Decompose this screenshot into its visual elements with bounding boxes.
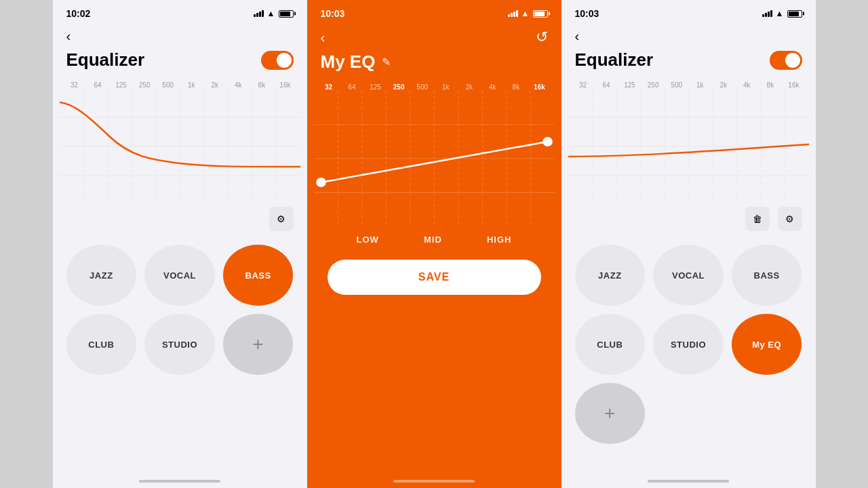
svg-point-26 xyxy=(542,137,553,146)
presets-area-3: JAZZ VOCAL BASS CLUB STUDIO My EQ + xyxy=(561,234,816,455)
settings-area-1: ⚙ xyxy=(53,204,307,234)
page-title-3: Equalizer xyxy=(575,49,654,70)
wifi-icon-1: ▲ xyxy=(267,9,275,18)
status-bar-3: 10:03 ▲ xyxy=(561,0,816,23)
toggle-1[interactable] xyxy=(261,51,294,70)
trash-button-3[interactable]: 🗑 xyxy=(745,207,770,231)
top-nav-2: ‹ ↺ xyxy=(307,23,561,49)
chart-area-3 xyxy=(561,89,816,204)
settings-area-3: 🗑 ⚙ xyxy=(561,204,816,234)
preset-studio-1[interactable]: STUDIO xyxy=(144,314,215,375)
eq-title: My EQ xyxy=(321,52,376,73)
title-row-3: Equalizer xyxy=(561,47,816,77)
battery-1 xyxy=(279,10,294,18)
chart-area-1 xyxy=(53,89,307,204)
signal-icon-3 xyxy=(762,10,772,17)
title-row-1: Equalizer xyxy=(53,47,307,77)
preset-vocal-3[interactable]: VOCAL xyxy=(653,245,724,306)
preset-bass-3[interactable]: BASS xyxy=(732,245,802,306)
wifi-icon-2: ▲ xyxy=(521,9,530,18)
preset-jazz-1[interactable]: JAZZ xyxy=(66,245,137,306)
back-button-3[interactable]: ‹ xyxy=(575,28,580,44)
add-preset-button-3[interactable]: + xyxy=(575,383,646,444)
preset-studio-3[interactable]: STUDIO xyxy=(653,314,724,375)
band-low: LOW xyxy=(357,235,379,245)
status-icons-3: ▲ xyxy=(762,9,802,18)
top-nav-3: ‹ xyxy=(561,23,816,47)
toggle-3[interactable] xyxy=(770,51,802,70)
status-icons-2: ▲ xyxy=(508,9,548,18)
chart-area-2 xyxy=(307,91,561,226)
reset-button-2[interactable]: ↺ xyxy=(536,28,548,46)
preset-vocal-1[interactable]: VOCAL xyxy=(144,245,215,306)
preset-bass-1[interactable]: BASS xyxy=(223,245,294,306)
presets-area-1: JAZZ VOCAL BASS CLUB STUDIO + xyxy=(53,234,307,386)
home-indicator-1 xyxy=(139,480,220,483)
band-labels: LOW MID HIGH xyxy=(307,226,561,253)
add-preset-button-1[interactable]: + xyxy=(223,314,294,375)
top-nav-1: ‹ xyxy=(53,23,307,47)
preset-myeq-3[interactable]: My EQ xyxy=(732,314,802,375)
status-bar-1: 10:02 ▲ xyxy=(53,0,307,23)
screens-container: 10:02 ▲ ‹ Equalizer 32 64 125 250 500 xyxy=(0,0,868,488)
screen2: 10:03 ▲ ‹ ↺ My EQ ✎ 32 64 125 250 500 xyxy=(307,0,561,488)
band-high: HIGH xyxy=(487,235,512,245)
battery-2 xyxy=(533,10,548,18)
edit-icon[interactable]: ✎ xyxy=(382,56,391,68)
back-button-1[interactable]: ‹ xyxy=(66,28,71,44)
freq-labels-3: 32 64 125 250 500 1k 2k 4k 8k 16k xyxy=(561,77,816,89)
home-indicator-3 xyxy=(648,480,729,483)
save-button[interactable]: SAVE xyxy=(328,260,541,295)
screen1: 10:02 ▲ ‹ Equalizer 32 64 125 250 500 xyxy=(53,0,307,488)
status-time-2: 10:03 xyxy=(321,8,345,19)
status-time-1: 10:02 xyxy=(66,8,91,19)
freq-labels-2: 32 64 125 250 500 1k 2k 4k 8k 16k xyxy=(307,79,561,91)
preset-club-3[interactable]: CLUB xyxy=(575,314,646,375)
band-mid: MID xyxy=(424,235,442,245)
home-indicator-2 xyxy=(393,480,475,483)
preset-jazz-3[interactable]: JAZZ xyxy=(575,245,646,306)
battery-3 xyxy=(787,10,802,18)
back-button-2[interactable]: ‹ xyxy=(321,30,326,45)
gear-button-3[interactable]: ⚙ xyxy=(778,207,802,231)
status-icons-1: ▲ xyxy=(254,9,294,18)
eq-title-row: My EQ ✎ xyxy=(307,49,561,79)
gear-button-1[interactable]: ⚙ xyxy=(269,207,294,231)
signal-icon-1 xyxy=(254,10,264,17)
signal-icon-2 xyxy=(508,10,518,17)
freq-labels-1: 32 64 125 250 500 1k 2k 4k 8k 16k xyxy=(53,77,307,89)
save-btn-container: SAVE xyxy=(307,253,561,302)
wifi-icon-3: ▲ xyxy=(776,9,784,18)
page-title-1: Equalizer xyxy=(66,49,145,70)
screen3: 10:03 ▲ ‹ Equalizer 32 64 125 250 500 xyxy=(561,0,816,488)
status-bar-2: 10:03 ▲ xyxy=(307,0,561,23)
svg-point-25 xyxy=(316,178,326,187)
preset-club-1[interactable]: CLUB xyxy=(66,314,137,375)
status-time-3: 10:03 xyxy=(575,8,599,19)
